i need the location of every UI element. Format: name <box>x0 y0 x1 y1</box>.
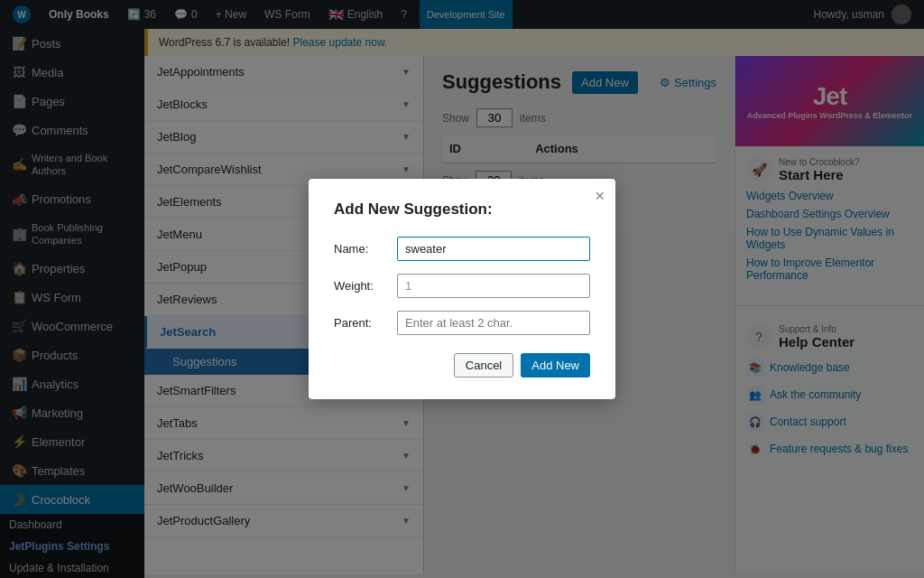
modal-title: Add New Suggestion: <box>334 200 590 219</box>
cancel-button[interactable]: Cancel <box>454 353 513 378</box>
weight-input[interactable] <box>397 274 590 298</box>
weight-field-row: Weight: <box>334 274 590 298</box>
name-field-row: Name: <box>334 237 590 261</box>
name-label: Name: <box>334 242 397 256</box>
parent-input[interactable] <box>397 311 590 335</box>
name-input[interactable] <box>397 237 590 261</box>
modal-overlay[interactable]: × Add New Suggestion: Name: Weight: Pare… <box>0 0 924 578</box>
parent-label: Parent: <box>334 316 397 330</box>
modal-close-button[interactable]: × <box>595 188 605 204</box>
add-new-modal-button[interactable]: Add New <box>521 353 590 378</box>
add-suggestion-modal: × Add New Suggestion: Name: Weight: Pare… <box>309 179 615 399</box>
weight-label: Weight: <box>334 279 397 293</box>
parent-field-row: Parent: <box>334 311 590 335</box>
modal-buttons: Cancel Add New <box>334 353 590 378</box>
